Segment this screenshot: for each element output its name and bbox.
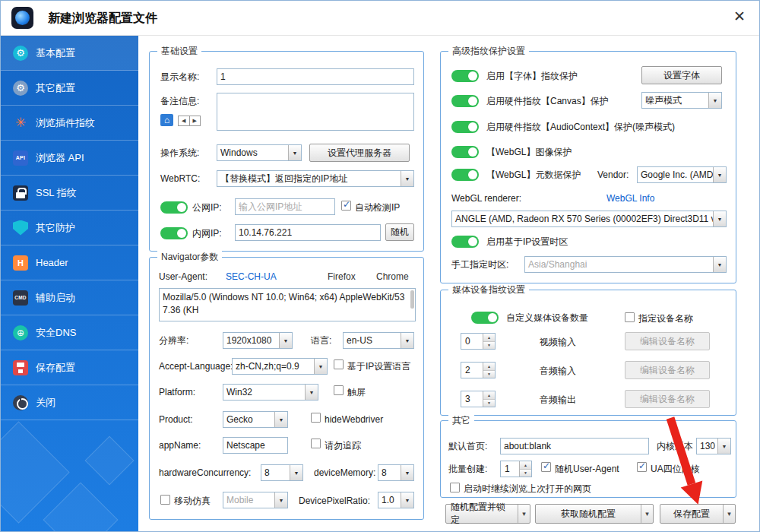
video-input-count-spinner[interactable]: 0 ▲▼ [461,333,496,350]
public-ip-input[interactable] [235,198,335,215]
edit-device-name-button[interactable]: 编辑设备名称 [625,361,710,379]
random-lock-button[interactable]: 随机配置并锁定 ▾ [445,504,530,524]
scrollbar[interactable] [410,290,414,309]
touch-screen-checkbox[interactable] [334,385,344,395]
lan-ip-toggle[interactable] [160,227,188,239]
lan-ip-input[interactable] [235,224,381,241]
kernel-version-select[interactable]: 130▼ [696,438,731,454]
canvas-protect-toggle[interactable] [451,95,479,107]
chevron-down-icon[interactable]: ▾ [518,505,530,523]
firefox-link[interactable]: Firefox [328,271,356,282]
edit-device-name-button[interactable]: 编辑设备名称 [625,332,710,350]
sidebar-item-save-config[interactable]: 保存配置 [1,350,138,385]
appname-input[interactable] [223,437,288,454]
platform-select[interactable]: Win32▼ [223,384,318,401]
batch-count-spinner[interactable]: 1 ▲▼ [500,461,532,477]
webgl-info-link[interactable]: WebGL Info [606,193,654,204]
audio-output-count-spinner[interactable]: 3 ▲▼ [461,391,496,407]
os-select[interactable]: Windows▼ [217,144,302,161]
sidebar-item-plugin-fingerprint[interactable]: ✳ 浏览插件指纹 [1,106,138,141]
get-random-config-button[interactable]: 获取随机配置 ▾ [535,504,654,524]
sidebar-item-label: 浏览插件指纹 [36,116,95,130]
section-advanced-fingerprint: 高级指纹保护设置 启用【字体】指纹保护 设置字体 启用硬件指纹【Canvas】保… [440,51,736,283]
user-agent-textarea[interactable]: Mozilla/5.0 (Windows NT 10.0; Win64; x64… [159,288,416,321]
homepage-input[interactable] [500,438,649,454]
device-memory-select[interactable]: 8▼ [378,464,414,481]
shield-icon [13,220,28,236]
specify-device-names-checkbox[interactable] [625,312,635,322]
sidebar-item-header[interactable]: H Header [1,245,138,280]
spinner-down-icon[interactable]: ▼ [483,371,495,378]
spinner-down-icon[interactable]: ▼ [483,342,495,350]
display-name-input[interactable] [217,68,414,85]
spinner-up-icon[interactable]: ▲ [483,391,495,400]
sidebar-item-basic-config[interactable]: ⚙ 基本配置 [1,36,138,71]
save-config-button[interactable]: 保存配置 ▾ [660,504,736,524]
restore-pages-checkbox[interactable] [450,483,460,492]
mobile-emulation-checkbox[interactable] [160,495,170,505]
font-protect-toggle[interactable] [451,70,479,82]
product-select[interactable]: Gecko▼ [223,411,288,428]
spinner-down-icon[interactable]: ▼ [483,400,495,407]
sidebar-item-other-protection[interactable]: 其它防护 [1,211,138,245]
audio-protect-toggle[interactable] [451,121,479,133]
webrtc-select[interactable]: 【替换模式】返回指定的IP地址▼ [217,170,414,187]
dpr-select[interactable]: 1.0▼ [378,492,414,508]
chevron-down-icon: ▼ [713,257,726,272]
resolution-select[interactable]: 1920x1080▼ [223,332,293,349]
ua-kernel-checkbox[interactable] [637,462,647,472]
sidebar-item-label: 保存配置 [36,361,75,375]
public-ip-toggle[interactable] [160,201,188,214]
auto-detect-ip-checkbox[interactable] [341,201,351,211]
chevron-down-icon: ▼ [708,93,721,108]
close-icon[interactable]: ✕ [733,9,746,24]
sidebar-item-browser-api[interactable]: API 浏览器 API [1,141,138,176]
spinner-up-icon[interactable]: ▲ [520,461,531,470]
arrow-left-icon[interactable]: ◀ [179,116,190,125]
sidebar-item-other-config[interactable]: ⚙ 其它配置 [1,71,138,106]
audio-input-count-spinner[interactable]: 2 ▲▼ [461,362,496,378]
language-select[interactable]: en-US▼ [343,332,414,349]
sidebar-item-aux-launch[interactable]: CMD 辅助启动 [1,280,138,315]
vendor-select[interactable]: Google Inc. (AMD▼ [637,166,727,183]
proxy-server-button[interactable]: 设置代理服务器 [309,144,410,162]
cmd-icon: CMD [13,290,28,306]
accept-language-select[interactable]: zh-CN,zh;q=0.9▼ [232,358,328,375]
ip-timezone-toggle[interactable] [451,236,479,248]
note-textarea[interactable] [217,93,414,131]
manual-timezone-select[interactable]: Asia/Shanghai▼ [524,256,727,273]
spinner-down-icon[interactable]: ▼ [520,470,531,477]
canvas-mode-select[interactable]: 噪声模式▼ [641,92,722,109]
spinner-up-icon[interactable]: ▲ [483,334,495,342]
chevron-down-icon: ▼ [401,171,413,186]
spinner-up-icon[interactable]: ▲ [483,363,495,371]
chevron-down-icon: ▼ [401,492,413,508]
hardware-concurrency-select[interactable]: 8▼ [261,464,303,481]
chrome-link[interactable]: Chrome [376,271,409,282]
mobile-select[interactable]: Mobile▼ [223,492,288,508]
random-ua-checkbox[interactable] [541,462,551,472]
sidebar-item-close[interactable]: 关闭 [1,385,138,420]
webgl-image-toggle[interactable] [451,146,479,158]
random-ip-button[interactable]: 随机 [385,223,414,241]
sec-ch-ua-link[interactable]: SEC-CH-UA [226,271,277,282]
audio-output-label: 音频输出 [540,394,576,405]
chevron-down-icon[interactable]: ▾ [641,505,653,523]
set-font-button[interactable]: 设置字体 [641,66,722,84]
webgl-meta-toggle[interactable] [451,169,479,181]
edit-device-name-button[interactable]: 编辑设备名称 [625,390,710,408]
do-not-track-checkbox[interactable] [311,439,321,448]
sidebar-item-secure-dns[interactable]: ⊕ 安全DNS [1,315,138,350]
sidebar-item-ssl-fingerprint[interactable]: SSL 指纹 [1,176,138,211]
save-icon [13,360,28,375]
home-icon[interactable]: ⌂ [160,114,173,126]
arrow-right-icon[interactable]: ▶ [190,116,201,125]
chevron-down-icon[interactable]: ▾ [723,505,735,523]
renderer-select[interactable]: ANGLE (AMD, Radeon RX 570 Series (00002E… [451,211,727,227]
custom-media-count-toggle[interactable] [471,312,499,324]
nav-arrows[interactable]: ◀▶ [178,116,201,126]
display-name-label: 显示名称: [160,71,199,82]
ip-language-checkbox[interactable] [334,359,344,369]
manual-timezone-label: 手工指定时区: [451,259,508,270]
hide-webdriver-checkbox[interactable] [311,413,321,423]
